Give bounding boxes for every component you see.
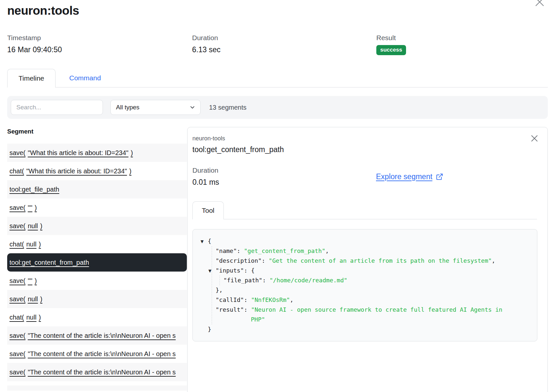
- code-token-punc: },: [216, 287, 223, 293]
- segment-link-part: save(: [9, 368, 25, 376]
- duration-value: 6.13 sec: [192, 45, 220, 54]
- code-line: "name": "get_content_from_path",: [193, 246, 537, 256]
- duration-label: Duration: [192, 34, 220, 42]
- explore-segment-label: Explore segment: [376, 172, 433, 181]
- code-token-punc: : {: [244, 267, 255, 274]
- detail-duration-field: Duration 0.01 ms: [192, 166, 376, 187]
- segment-link-part: null: [28, 295, 38, 303]
- segment-link-part: "": [28, 277, 32, 284]
- close-icon[interactable]: [533, 0, 546, 8]
- segment-column-header: Segment: [7, 128, 187, 135]
- code-token-key: "result": [216, 306, 244, 313]
- code-token-punc: :: [262, 277, 269, 284]
- tab-tool[interactable]: Tool: [192, 201, 224, 219]
- segment-link-part: "What this article is about: ID=234": [26, 167, 127, 175]
- code-token-str: "NnfEKOsRm": [251, 296, 290, 303]
- segment-link-part: "The content of the article is:\n\nNeuro…: [28, 332, 176, 339]
- timestamp-label: Timestamp: [7, 34, 62, 42]
- segment-link-part: chat(: [9, 314, 24, 321]
- external-link-icon: [436, 173, 443, 180]
- detail-duration-value: 0.01 ms: [192, 178, 376, 187]
- type-filter-dropdown[interactable]: All types: [110, 100, 201, 115]
- code-token-key: "inputs": [216, 267, 244, 274]
- code-line: "result": "Neuron AI - open source frame…: [193, 305, 537, 315]
- chevron-down-icon: [189, 104, 196, 111]
- result-field: Result success: [376, 34, 406, 55]
- collapse-triangle-icon[interactable]: ▼: [201, 237, 208, 246]
- segment-row[interactable]: save(null): [7, 217, 187, 235]
- status-badge: success: [376, 45, 406, 55]
- tool-json-viewer: ▼{"name": "get_content_from_path","descr…: [192, 229, 537, 341]
- trace-inspector-page: neuron:tools Timestamp 16 Mar 09:40:50 D…: [0, 0, 555, 392]
- code-token-str: "Get the content of an article from its …: [269, 257, 492, 264]
- segment-link-part: save(: [9, 222, 25, 229]
- code-token-punc: :: [262, 257, 269, 264]
- segment-link-part: ): [40, 222, 42, 229]
- segment-link-part: ): [35, 204, 37, 211]
- code-token-punc: {: [208, 238, 211, 244]
- segment-row[interactable]: save(""): [7, 272, 187, 290]
- code-line: ▼{: [193, 236, 537, 246]
- duration-field: Duration 6.13 sec: [192, 34, 220, 54]
- indent-guide: [212, 246, 212, 324]
- main-tabs: Timeline Command: [7, 69, 548, 87]
- code-line: },: [193, 285, 537, 295]
- segment-link-part: null: [26, 314, 36, 321]
- code-token-punc: ,: [492, 257, 495, 264]
- segment-row[interactable]: save("The content of the article is:\n\n…: [7, 363, 187, 381]
- result-label: Result: [376, 34, 406, 42]
- segment-row[interactable]: chat(null): [7, 308, 187, 326]
- code-token-key: "description": [216, 257, 262, 264]
- code-line: PHP": [193, 315, 537, 324]
- segment-row[interactable]: chat(null): [7, 235, 187, 253]
- segment-link-part: save(: [9, 149, 25, 156]
- segment-link-part: ): [39, 314, 41, 321]
- segment-link-part: ): [40, 295, 42, 303]
- code-token-key: "callId": [216, 296, 244, 303]
- segment-link-part: chat(: [9, 241, 24, 248]
- filter-bar: All types 13 segments: [7, 96, 548, 119]
- code-token-str: PHP": [251, 316, 265, 323]
- code-line: ▼"inputs": {: [193, 266, 537, 275]
- detail-tabs: Tool: [192, 201, 537, 219]
- timestamp-field: Timestamp 16 Mar 09:40:50: [7, 34, 62, 54]
- code-token-punc: }: [208, 326, 211, 333]
- segment-link-part: save(: [9, 204, 25, 211]
- search-input[interactable]: [11, 100, 103, 115]
- indent-guide: [220, 275, 220, 285]
- collapse-triangle-icon[interactable]: ▼: [208, 266, 216, 276]
- segment-link-part: "": [28, 204, 32, 211]
- segment-row[interactable]: save(""): [7, 198, 187, 217]
- code-line: "file_path": "/home/code/readme.md": [193, 275, 537, 285]
- segment-link-part: save(: [9, 295, 25, 303]
- tab-command[interactable]: Command: [65, 69, 105, 87]
- code-token-key: "file_path": [223, 277, 262, 284]
- segment-link-part: "The content of the article is:\n\nNeuro…: [28, 368, 176, 376]
- segment-count: 13 segments: [209, 96, 247, 119]
- segment-column: Segment save("What this article is about…: [7, 128, 187, 391]
- segment-row[interactable]: save("The content of the article is:\n\n…: [7, 326, 187, 345]
- code-token-key: "name": [216, 247, 237, 254]
- explore-segment-link[interactable]: Explore segment: [376, 172, 443, 181]
- code-token-punc: :: [244, 306, 251, 313]
- segment-link-part: save(: [9, 277, 25, 284]
- segment-link-part: null: [28, 222, 38, 229]
- segment-link-part: "The content of the article is:\n\nNeuro…: [28, 350, 176, 357]
- code-token-punc: ,: [290, 296, 294, 303]
- segment-row[interactable]: save(null): [7, 290, 187, 308]
- segment-row[interactable]: tool:get_file_path: [7, 180, 187, 198]
- code-token-punc: :: [237, 247, 244, 254]
- segment-link-part: ): [35, 277, 37, 284]
- panel-close-icon[interactable]: [530, 134, 539, 143]
- segment-row[interactable]: chat("What this article is about: ID=234…: [7, 162, 187, 180]
- detail-duration-label: Duration: [192, 166, 376, 174]
- type-filter-value: All types: [116, 104, 139, 111]
- tab-timeline[interactable]: Timeline: [7, 69, 56, 87]
- code-line: "callId": "NnfEKOsRm",: [193, 295, 537, 305]
- segment-row-selected[interactable]: tool:get_content_from_path: [7, 253, 187, 272]
- segment-link-part: save(: [9, 332, 25, 339]
- segment-row[interactable]: save("What this article is about: ID=234…: [7, 144, 187, 162]
- code-line: }: [193, 324, 537, 334]
- segment-row[interactable]: save("The content of the article is:\n\n…: [7, 345, 187, 363]
- segment-link-part: "What this article is about: ID=234": [28, 149, 128, 156]
